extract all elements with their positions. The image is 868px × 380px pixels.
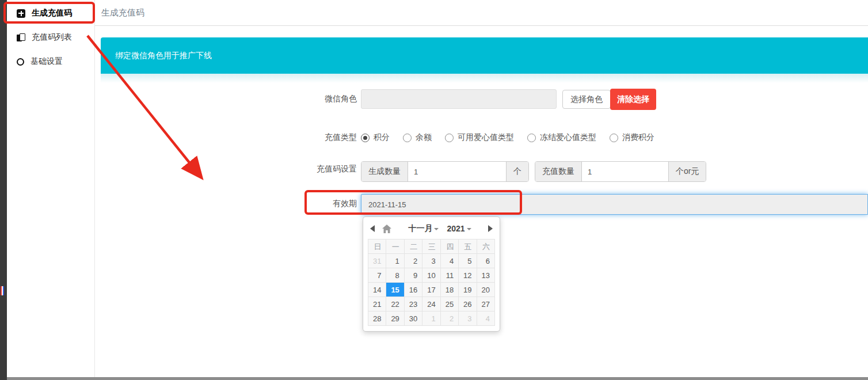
recharge-quantity-input[interactable]	[582, 162, 668, 181]
home-icon[interactable]	[382, 225, 391, 233]
calendar-day-cell[interactable]: 1	[422, 311, 440, 325]
sidebar-item-label: 生成充值码	[32, 8, 72, 18]
calendar-day-cell[interactable]: 11	[440, 268, 458, 282]
year-select[interactable]: 2021	[447, 223, 471, 234]
generate-quantity-input[interactable]	[408, 162, 506, 181]
datepicker-header: 十一月 2021	[368, 221, 495, 236]
calendar-weekday: 六	[477, 239, 494, 253]
month-select[interactable]: 十一月	[408, 223, 439, 234]
calendar-grid: 日一二三四五六311234567891011121314151617181920…	[368, 239, 495, 326]
recharge-quantity-suffix: 个or元	[668, 162, 706, 181]
calendar-weekday: 日	[368, 239, 386, 253]
calendar-day-cell[interactable]: 24	[422, 297, 440, 311]
sidebar-item-code-list[interactable]: 充值码列表	[7, 25, 94, 50]
calendar-day-cell[interactable]: 10	[422, 268, 440, 282]
caret-down-icon	[467, 228, 471, 230]
month-value: 十一月	[408, 223, 432, 234]
copy-icon	[17, 33, 25, 42]
calendar-day-cell[interactable]: 19	[458, 282, 476, 297]
sidebar-item-label: 充值码列表	[32, 32, 72, 43]
radio-icon	[361, 134, 370, 142]
year-value: 2021	[447, 224, 465, 233]
calendar-day-cell[interactable]: 22	[386, 297, 403, 311]
recharge-type-option[interactable]: 可用爱心值类型	[445, 132, 514, 143]
validity-label: 有效期	[196, 199, 357, 209]
generate-quantity-prefix: 生成数量	[361, 162, 408, 181]
radio-label: 可用爱心值类型	[458, 132, 514, 143]
window-edge-strip	[0, 0, 7, 380]
calendar-day-cell[interactable]: 14	[368, 282, 386, 297]
calendar-day-cell[interactable]: 18	[440, 282, 458, 297]
recharge-type-option[interactable]: 消费积分	[610, 132, 654, 143]
radio-label: 消费积分	[622, 132, 654, 143]
recharge-quantity-prefix: 充值数量	[535, 162, 582, 181]
select-role-button[interactable]: 选择角色	[562, 90, 611, 109]
radio-icon	[403, 134, 412, 142]
window-bottom-bar	[0, 377, 868, 380]
sidebar: 生成充值码 充值码列表 基础设置	[7, 0, 95, 377]
code-settings-groups: 生成数量 个 充值数量 个or元	[361, 161, 706, 182]
calendar-weekday: 二	[404, 239, 422, 253]
calendar-day-cell[interactable]: 25	[440, 297, 458, 311]
wechat-role-input[interactable]	[361, 89, 557, 109]
calendar-day-cell[interactable]: 4	[477, 311, 494, 325]
calendar-day-cell[interactable]: 23	[404, 297, 422, 311]
calendar-day-cell[interactable]: 16	[404, 282, 422, 297]
recharge-type-options: 积分余额可用爱心值类型冻结爱心值类型消费积分	[361, 129, 654, 146]
calendar-weekday: 一	[386, 239, 403, 253]
radio-label: 余额	[416, 132, 432, 143]
calendar-day-cell[interactable]: 3	[458, 311, 476, 325]
code-settings-label: 充值码设置	[196, 164, 357, 174]
calendar-day-cell[interactable]: 26	[458, 297, 476, 311]
calendar-day-cell[interactable]: 1	[386, 253, 403, 268]
calendar-day-cell[interactable]: 28	[368, 311, 386, 325]
calendar-day-cell[interactable]: 29	[386, 311, 403, 325]
recharge-type-option[interactable]: 积分	[361, 132, 390, 143]
calendar-day-cell[interactable]: 20	[477, 282, 494, 297]
sidebar-item-generate-code[interactable]: 生成充值码	[7, 1, 94, 25]
radio-icon	[445, 134, 454, 142]
plus-square-icon	[17, 9, 25, 18]
calendar-day-cell[interactable]: 27	[477, 297, 494, 311]
radio-label: 冻结爱心值类型	[540, 132, 596, 143]
edge-flag-marker	[1, 286, 4, 295]
datepicker-title: 十一月 2021	[397, 223, 482, 234]
sidebar-item-basic-settings[interactable]: 基础设置	[7, 50, 94, 74]
validity-date-input[interactable]	[361, 194, 868, 215]
clear-selection-button[interactable]: 清除选择	[610, 89, 656, 110]
next-month-icon[interactable]	[488, 225, 493, 232]
wechat-role-label: 微信角色	[196, 94, 357, 104]
calendar-day-cell[interactable]: 2	[440, 311, 458, 325]
recharge-type-option[interactable]: 冻结爱心值类型	[527, 132, 596, 143]
title-divider	[95, 25, 868, 26]
calendar-day-cell[interactable]: 21	[368, 297, 386, 311]
panel-header: 绑定微信角色用于推广下线	[101, 37, 868, 74]
recharge-type-option[interactable]: 余额	[403, 132, 432, 143]
prev-month-icon[interactable]	[370, 225, 375, 232]
calendar-day-cell[interactable]: 7	[368, 268, 386, 282]
recharge-type-label: 充值类型	[196, 132, 357, 143]
circle-icon	[17, 58, 24, 66]
calendar-day-cell[interactable]: 6	[477, 253, 494, 268]
radio-icon	[527, 134, 536, 142]
generate-quantity-group: 生成数量 个	[361, 161, 529, 182]
calendar-day-cell[interactable]: 12	[458, 268, 476, 282]
calendar-day-cell[interactable]: 9	[404, 268, 422, 282]
calendar-day-cell[interactable]: 8	[386, 268, 403, 282]
calendar-day-cell[interactable]: 15	[386, 282, 403, 297]
calendar-day-cell[interactable]: 4	[440, 253, 458, 268]
calendar-day-cell[interactable]: 3	[422, 253, 440, 268]
radio-icon	[610, 134, 618, 142]
calendar-day-cell[interactable]: 30	[404, 311, 422, 325]
calendar-weekday: 五	[458, 239, 476, 253]
calendar-weekday: 三	[422, 239, 440, 253]
calendar-day-cell[interactable]: 31	[368, 253, 386, 268]
datepicker-popup: 十一月 2021 日一二三四五六311234567891011121314151…	[363, 216, 500, 332]
calendar-day-cell[interactable]: 13	[477, 268, 494, 282]
calendar-day-cell[interactable]: 5	[458, 253, 476, 268]
calendar-day-cell[interactable]: 2	[404, 253, 422, 268]
calendar-day-cell[interactable]: 17	[422, 282, 440, 297]
caret-down-icon	[434, 228, 439, 230]
radio-label: 积分	[374, 132, 390, 143]
generate-quantity-suffix: 个	[506, 162, 528, 181]
